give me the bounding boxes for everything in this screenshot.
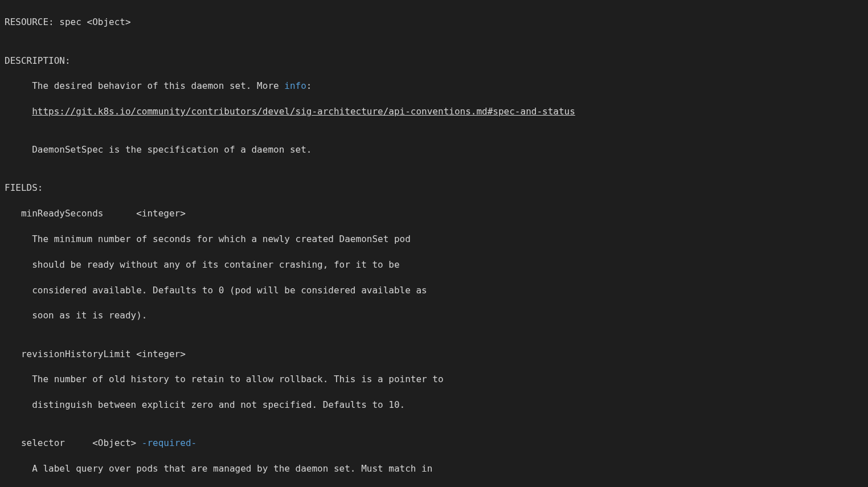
- field-selector-desc: A label query over pods that are managed…: [5, 463, 863, 475]
- description-link-line: https://git.k8s.io/community/contributor…: [5, 105, 863, 118]
- description-line-1: The desired behavior of this daemon set.…: [5, 80, 863, 92]
- indent: [5, 106, 32, 117]
- field-minreadyseconds: minReadySeconds <integer>: [5, 207, 863, 220]
- field-minreadyseconds-desc: should be ready without any of its conta…: [5, 259, 863, 271]
- text: :: [306, 80, 312, 91]
- resource-line: RESOURCE: spec <Object>: [5, 16, 863, 28]
- field-selector: selector <Object> -required-: [5, 437, 863, 449]
- description-header: DESCRIPTION:: [5, 55, 863, 67]
- text: The desired behavior of this daemon set.…: [5, 80, 284, 91]
- terminal-output: RESOURCE: spec <Object> DESCRIPTION: The…: [0, 0, 868, 487]
- description-line-2: DaemonSetSpec is the specification of a …: [5, 144, 863, 156]
- field-revisionhistorylimit: revisionHistoryLimit <integer>: [5, 348, 863, 361]
- spec-status-link[interactable]: https://git.k8s.io/community/contributor…: [32, 106, 575, 117]
- fields-header: FIELDS:: [5, 182, 863, 194]
- field-minreadyseconds-desc: considered available. Defaults to 0 (pod…: [5, 284, 863, 297]
- text: selector <Object>: [5, 437, 142, 448]
- required-keyword: -required-: [142, 437, 196, 448]
- field-revisionhistorylimit-desc: The number of old history to retain to a…: [5, 373, 863, 386]
- field-revisionhistorylimit-desc: distinguish between explicit zero and no…: [5, 399, 863, 411]
- field-minreadyseconds-desc: The minimum number of seconds for which …: [5, 233, 863, 245]
- info-keyword: info: [284, 80, 306, 91]
- field-minreadyseconds-desc: soon as it is ready).: [5, 309, 863, 322]
